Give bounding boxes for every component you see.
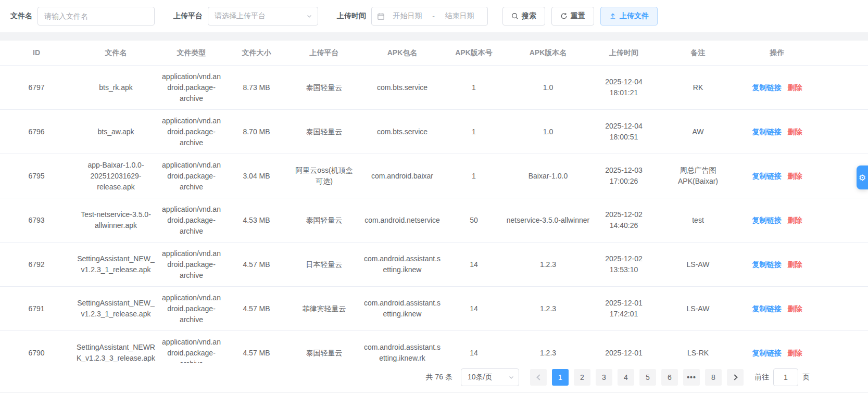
upload-date: 2025-12-01	[597, 348, 651, 359]
column-header: 文件类型	[159, 43, 224, 63]
total-count-label: 共 76 条	[426, 373, 452, 382]
cell-version-code: 1	[445, 166, 502, 186]
cell-filesize: 8.70 MB	[224, 122, 289, 142]
pager-page-button[interactable]: 4	[618, 369, 634, 386]
delete-button[interactable]: 删除	[788, 83, 802, 92]
cell-version-code: 14	[445, 299, 502, 319]
delete-button[interactable]: 删除	[788, 128, 802, 136]
search-button[interactable]: 搜索	[502, 7, 545, 26]
delete-button[interactable]: 删除	[788, 349, 802, 357]
settings-panel-button[interactable]: ⚙	[857, 165, 868, 189]
cell-id: 6797	[0, 78, 73, 98]
cell-remark: test	[654, 210, 742, 231]
copy-link-button[interactable]: 复制链接	[752, 216, 782, 224]
pager-page-button[interactable]: 8	[705, 369, 722, 386]
filter-bar: 文件名 上传平台 请选择上传平台 上传时间 开始日期 - 结束日期	[0, 0, 868, 32]
pager-prev-button[interactable]	[530, 369, 547, 386]
cell-filesize: 4.57 MB	[224, 343, 289, 363]
copy-link-button[interactable]: 复制链接	[752, 128, 782, 136]
platform-select-value: 请选择上传平台	[215, 11, 266, 21]
calendar-icon	[377, 12, 385, 20]
search-button-label: 搜索	[522, 11, 536, 21]
pager-more-button[interactable]: •••	[683, 369, 700, 386]
bottom-fill	[0, 392, 868, 395]
refresh-icon	[560, 12, 568, 20]
cell-upload-time: 2025-12-01	[594, 343, 654, 363]
chevron-right-icon	[732, 374, 737, 380]
chevron-down-icon	[508, 374, 514, 380]
table-row: 6792SettingAssistant_NEW_v1.2.3_1_releas…	[0, 243, 868, 287]
cell-id: 6793	[0, 210, 73, 231]
reset-button[interactable]: 重置	[551, 7, 594, 26]
cell-version-name: 1.0	[502, 122, 594, 142]
pager-page-button[interactable]: 2	[574, 369, 590, 386]
pager-page-button[interactable]: 6	[661, 369, 678, 386]
pager-page-button[interactable]: 5	[639, 369, 656, 386]
cell-platform: 阿里云oss(机顶盒可选)	[289, 160, 359, 192]
upload-date: 2025-12-04	[597, 77, 651, 87]
goto-page-input[interactable]	[773, 368, 798, 386]
platform-select[interactable]: 请选择上传平台	[208, 7, 318, 26]
cell-package: com.android.assistant.setting.iknew	[359, 293, 445, 324]
cell-actions: 复制链接删除	[742, 210, 812, 231]
cell-version-name: netservice-3.5.0-allwinner	[502, 210, 594, 231]
cell-filesize: 4.57 MB	[224, 254, 289, 275]
cell-package: com.android.netservice	[359, 210, 445, 231]
remark-text: LS-RK	[667, 348, 729, 359]
cell-package: com.android.assistant.setting.iknew	[359, 249, 445, 280]
copy-link-button[interactable]: 复制链接	[752, 172, 782, 180]
copy-link-button[interactable]: 复制链接	[752, 260, 782, 269]
cell-actions: 复制链接删除	[742, 122, 812, 142]
cell-filesize: 3.04 MB	[224, 166, 289, 186]
remark-text: AW	[667, 126, 729, 137]
cell-upload-time: 2025-12-0117:42:01	[594, 293, 654, 324]
cell-platform: 日本轻量云	[289, 254, 359, 275]
delete-button[interactable]: 删除	[788, 172, 802, 180]
cell-platform: 泰国轻量云	[289, 78, 359, 98]
cell-filename: SettingAssistant_NEW_v1.2.3_1_release.ap…	[73, 293, 159, 324]
search-icon	[511, 12, 519, 20]
upload-time-label: 上传时间	[337, 11, 366, 21]
upload-clock: 18:01:21	[597, 87, 651, 98]
cell-filename: Test-netservice-3.5.0-allwinner.apk	[73, 205, 159, 236]
date-separator: -	[430, 12, 437, 20]
upload-date: 2025-12-03	[597, 165, 651, 176]
pagination-bar: 共 76 条 10条/页 123456•••8 前往 页	[0, 363, 868, 392]
cell-filetype: application/vnd.android.package-archive	[159, 67, 224, 109]
table-row: 6791SettingAssistant_NEW_v1.2.3_1_releas…	[0, 287, 868, 331]
cell-version-name: 1.0	[502, 78, 594, 98]
cell-version-code: 50	[445, 210, 502, 231]
delete-button[interactable]: 删除	[788, 260, 802, 269]
reset-button-label: 重置	[571, 11, 585, 21]
goto-page: 前往 页	[754, 368, 810, 386]
column-header: APK版本名	[502, 43, 594, 63]
page-size-select[interactable]: 10条/页	[461, 368, 519, 386]
copy-link-button[interactable]: 复制链接	[752, 304, 782, 313]
column-header: 备注	[654, 43, 742, 63]
cell-platform: 泰国轻量云	[289, 122, 359, 142]
upload-file-button[interactable]: 上传文件	[600, 7, 658, 26]
filename-input[interactable]	[37, 7, 155, 26]
upload-clock: 13:53:10	[597, 264, 651, 275]
copy-link-button[interactable]: 复制链接	[752, 83, 782, 92]
date-range-picker[interactable]: 开始日期 - 结束日期	[371, 7, 488, 26]
pager-page-button[interactable]: 3	[596, 369, 612, 386]
filter-platform: 上传平台 请选择上传平台	[173, 7, 318, 26]
cell-upload-time: 2025-12-0418:01:21	[594, 72, 654, 103]
copy-link-button[interactable]: 复制链接	[752, 349, 782, 357]
cell-id: 6791	[0, 299, 73, 319]
cell-version-code: 14	[445, 343, 502, 363]
cell-remark: LS-AW	[654, 299, 742, 319]
cell-package: com.android.baixar	[359, 166, 445, 186]
upload-clock: 17:42:01	[597, 309, 651, 320]
upload-clock: 14:40:26	[597, 220, 651, 231]
date-start-placeholder: 开始日期	[385, 11, 430, 21]
remark-text: LS-AW	[667, 259, 729, 270]
pager-page-button[interactable]: 1	[552, 369, 569, 386]
delete-button[interactable]: 删除	[788, 304, 802, 313]
delete-button[interactable]: 删除	[788, 216, 802, 224]
cell-filesize: 8.73 MB	[224, 78, 289, 98]
cell-upload-time: 2025-12-0213:53:10	[594, 249, 654, 280]
pager-next-button[interactable]	[727, 369, 744, 386]
cell-filetype: application/vnd.android.package-archive	[159, 155, 224, 197]
